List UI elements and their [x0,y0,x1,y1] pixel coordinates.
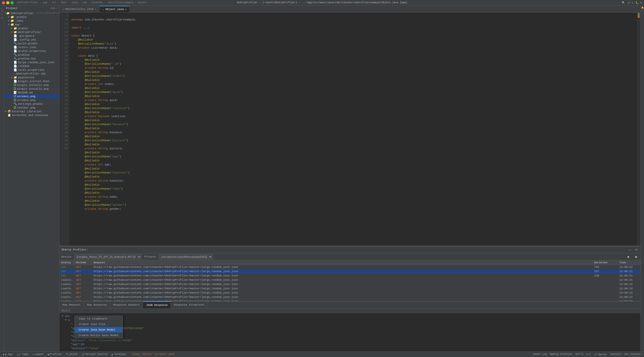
tree-item-settings-gradle[interactable]: 🔧 settings.gradle [4,102,59,106]
menu-itkacher[interactable]: itkacher [91,1,103,4]
json-tree[interactable]: ▼ dat ▼ 0: "_id" [59,313,640,351]
tree-item-plugin-install1[interactable]: 🖼 plugin_install1.png [4,83,59,87]
context-menu-create-kotlin[interactable]: Create Kotlin Gson Model [75,333,123,338]
event-log-link[interactable]: Event Log [533,353,547,356]
todo-btn[interactable]: ☑ ☑ TODO [16,353,29,356]
run-status-btn[interactable]: ▶ ▶ Run [2,353,14,356]
tree-item-readme[interactable]: 📝 README.md [4,91,59,94]
json-line-id[interactable]: "_id" : "34228" [61,322,638,326]
tree-item-external-libs[interactable]: ▶ 📦 External Libraries [4,110,59,113]
notifications-icon[interactable]: 🔔 [641,6,643,9]
build-btn[interactable]: 🔨 Build [65,353,78,356]
minimize-button[interactable] [6,1,9,4]
table-row[interactable]: 200 GET https://raw.githubusercontent.co… [59,265,640,269]
maximize-button[interactable] [11,1,14,4]
tab-response-formatted[interactable]: Response Formatted [171,301,207,308]
context-menu-copy[interactable]: Copy to Clipboard [75,316,123,322]
project-icon[interactable]: P [1,8,3,9]
tab-object[interactable]: ☕ Object.java ✕ [100,6,130,12]
tree-item-gitignore[interactable]: 📄 .gitignore [4,34,59,38]
tree-item-license[interactable]: 📄 LICENSE [4,64,59,68]
json-line-guid[interactable]: "guid" : "0942d0c-f630-4a4d-a4e9-603fdbc… [61,326,638,330]
terminal-btn[interactable]: ▶ Terminal [111,353,127,356]
menu-app[interactable]: app [43,1,47,4]
stop-btn[interactable]: ⏹ [634,255,638,259]
search-icon[interactable]: 🔍 [622,1,625,4]
tree-item-gradlew-bat[interactable]: 🔧 gradlew.bat [4,57,59,60]
expand-icon[interactable]: ⊞ [53,7,55,10]
tree-item-large-json[interactable]: 📄 large_random_json.json [4,60,59,64]
menu-object[interactable]: Object [138,1,147,4]
collapse-icon[interactable]: — [55,7,57,10]
tree-item-plugin-initial[interactable]: 📄 plugin_initial.html [4,79,59,83]
tab-raw-response[interactable]: Raw Response [84,301,110,308]
favorites-right-icon[interactable]: ★ [641,10,643,12]
table-row[interactable]: Loading... GET https://raw.githubusercon… [59,299,640,301]
settings-icon[interactable]: ⚙ [640,1,642,4]
vcs-icon[interactable]: ⎇ [627,1,630,4]
settings-gear-icon[interactable]: ⚙ [51,7,52,10]
tree-item-screen2[interactable]: 🖼 screen2.png [4,98,59,102]
tree-item-gradlew[interactable]: 🔧 gradlew [4,53,59,57]
tree-item-local-props[interactable]: 📄 local.properties [4,68,59,72]
build-variants-icon[interactable]: B [1,17,3,19]
tree-item-colors-json[interactable]: 📄 colors.json [4,45,59,49]
json-line-age[interactable]: "age" : 28 [61,342,638,346]
tree-item-plugin-install2[interactable]: 🖼 plugin_install2.png [4,87,59,91]
json-line-eyecolor[interactable]: "eyeColor" : "blue" [61,346,638,350]
table-row[interactable]: Loading... GET https://raw.githubusercon… [59,282,640,287]
json-line-picture[interactable]: "picture" : "http://placehold.it/32x32" [61,338,638,342]
tree-item-build-gradle[interactable]: 🔧 build.gradle [4,42,59,45]
table-row[interactable]: Loading... GET https://raw.githubusercon… [59,291,640,295]
tree-item-iml[interactable]: ☕ OkHttpProfiler.iml [4,72,59,76]
record-btn[interactable]: ⏺ [626,255,631,259]
json-line-dat[interactable]: ▼ dat [61,314,638,318]
table-row[interactable]: 200 GET https://raw.githubusercontent.co… [59,274,640,278]
debug-icon[interactable]: 🐛 [635,1,638,4]
table-row[interactable]: Loading... GET https://raw.githubusercon… [59,295,640,299]
tree-item-root[interactable]: ▼ 📁 OkHttpProfiler ~/work/OkHttpProfiler [4,11,59,15]
json-line-balance[interactable]: "balance" : "$1,011.38" [61,334,638,338]
tab-json-response[interactable]: JSON Response [143,301,171,308]
menu-java[interactable]: java [71,1,77,4]
tree-item-app[interactable]: ▼ 📁 app [4,23,59,26]
run-icon[interactable]: ▶ [632,1,633,4]
tree-item-config-yml[interactable]: 📄 _config.yml [4,38,59,42]
tree-item-gradle-props[interactable]: 📄 gradle.properties [4,49,59,53]
tree-item-toolbar[interactable]: 🖼 toolbar.png [4,106,59,110]
okhttpprofiler-status[interactable]: OkHttp Profiler [550,353,573,356]
menu-main[interactable]: main [61,1,67,4]
menu-okprofileresample[interactable]: okprofilerexample [108,1,133,4]
tree-item-gradle-hidden[interactable]: ▶ 📁 .gradle [4,15,59,19]
context-menu-create-json[interactable]: Create Json File [75,322,123,327]
menu-com[interactable]: com [82,1,87,4]
tree-item-gradle[interactable]: ▶ 📁 gradle [4,26,59,30]
table-row[interactable]: Loading... GET https://raw.githubusercon… [59,287,640,291]
branch-label[interactable]: ⎇ master [594,353,607,356]
tree-item-idea[interactable]: ▶ 📁 .idea [4,19,59,23]
vcs-btn[interactable]: ⎇ Version Control [80,353,109,356]
table-row[interactable]: Loading... GET https://raw.githubusercon… [59,278,640,282]
table-row[interactable]: 200 GET https://raw.githubusercontent.co… [59,269,640,274]
json-line-isactive[interactable]: "isActive" : false [61,330,638,334]
structure-icon[interactable]: S [1,10,3,12]
profiler-btn[interactable]: ◉ Profiler [47,353,63,356]
device-select[interactable]: Emulator_Nexus_5X_API_28_Android 9, API … [74,254,141,259]
tree-item-pagination[interactable]: ▶ 📁 pagination [4,76,59,79]
menu-src[interactable]: src [52,1,56,4]
logcat-btn[interactable]: ⚡ Logcat [31,353,45,356]
tree-item-screen1[interactable]: 🖼 screen1.png [4,94,59,98]
json-line-name[interactable]: "name" : "Lorie Lee" [61,350,638,351]
profiler-minimize-btn[interactable]: — [627,248,632,252]
json-line-0[interactable]: ▼ 0: [61,318,638,322]
tab-response-headers[interactable]: Response Headers [110,301,143,308]
context-menu-create-java[interactable]: Create Java Gson Model [75,327,123,333]
close-button[interactable] [2,1,5,4]
code-area[interactable]: package com.itkacher.okprofilerexample; … [69,13,637,246]
process-select[interactable]: com.itkacher.okprofilerexample[5462] [159,254,213,259]
tree-item-okhttpprofiler[interactable]: ▶ 📁 okHttpProfiler [4,30,59,34]
tree-item-scratches[interactable]: 📋 Scratches and Consoles [4,113,59,117]
favorites-icon[interactable]: ★ [1,13,3,16]
tab-mainactivity[interactable]: ☕ MainActivity.java ✕ [59,6,100,12]
profiler-close-btn[interactable]: ✕ [634,248,638,252]
